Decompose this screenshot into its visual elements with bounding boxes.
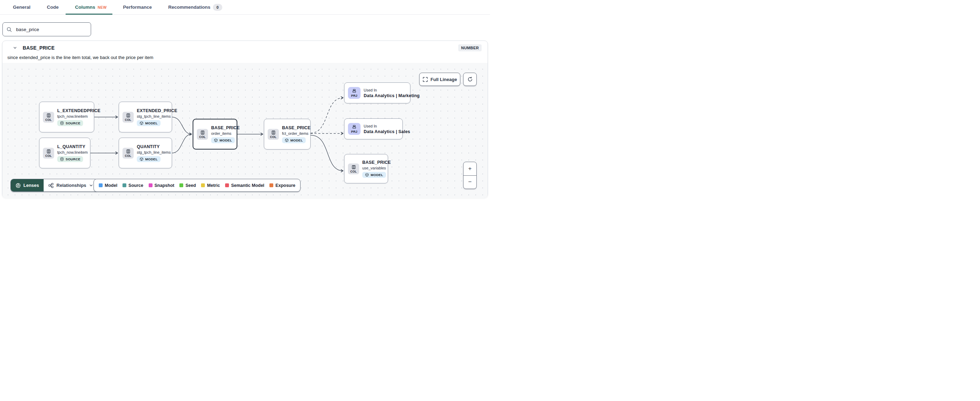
node-title: BASE_PRICE (211, 125, 240, 130)
node-subtitle: order_items (211, 131, 231, 136)
node-subtitle: fct_order_items (282, 131, 309, 136)
node-title: Data Analytics | Sales (364, 129, 410, 134)
lenses-label: Lenses (23, 183, 39, 188)
zoom-controls: + − (463, 162, 477, 189)
full-lineage-button[interactable]: Full Lineage (419, 73, 460, 86)
column-name: BASE_PRICE (23, 45, 54, 51)
search-icon (6, 27, 12, 32)
lineage-node-base-price-use-variables[interactable]: COL BASE_PRICE use_variables MODEL (344, 154, 388, 184)
lineage-node-l-quantity[interactable]: COL L_QUANTITY tpch_now.lineitem SOURCE (39, 137, 91, 168)
legend-item-semantic-model: Semantic Model (225, 183, 264, 188)
tab-columns[interactable]: Columns NEW (75, 5, 107, 10)
lens-toolbar: Lenses Relationships (11, 179, 98, 192)
lineage-node-base-price-fct-order-items[interactable]: COL BASE_PRICE fct_order_items MODEL (264, 119, 310, 150)
lineage-node-base-price-order-items[interactable]: COL BASE_PRICE order_items MODEL (192, 119, 237, 150)
node-title: BASE_PRICE (362, 160, 391, 165)
legend-swatch (225, 184, 229, 187)
lineage-node-used-in-marketing[interactable]: PRJ Used In Data Analytics | Marketing (344, 82, 410, 104)
column-chip: COL (348, 163, 359, 174)
relationships-label: Relationships (57, 183, 86, 188)
tab-performance-label: Performance (123, 5, 152, 10)
model-badge: MODEL (282, 137, 306, 143)
tab-general[interactable]: General (13, 5, 30, 10)
columns-icon (200, 130, 205, 135)
tab-performance[interactable]: Performance (123, 5, 152, 10)
column-description: since extended_price is the line item to… (7, 55, 153, 60)
node-type-legend: Model Source Snapshot Seed Metric Semant… (94, 179, 301, 192)
legend-item-seed: Seed (180, 183, 196, 188)
chip-label: COL (125, 118, 132, 121)
legend-swatch (99, 184, 103, 187)
chip-label: COL (350, 170, 357, 173)
cube-icon (365, 173, 369, 177)
model-badge: MODEL (362, 172, 386, 178)
column-chip: COL (268, 129, 279, 140)
tab-columns-label: Columns (75, 5, 95, 10)
column-search (2, 22, 91, 36)
refresh-icon (467, 77, 473, 82)
node-title: Data Analytics | Marketing (364, 93, 420, 98)
search-input[interactable] (15, 27, 87, 32)
full-lineage-label: Full Lineage (431, 77, 457, 82)
lenses-button[interactable]: Lenses (11, 179, 44, 192)
badge-label: MODEL (290, 138, 303, 142)
cube-icon (285, 138, 289, 142)
lineage-node-used-in-sales[interactable]: PRJ Used In Data Analytics | Sales (344, 118, 403, 139)
chip-label: COL (199, 135, 206, 139)
database-icon (60, 121, 64, 125)
relationships-dropdown[interactable]: Relationships (44, 179, 98, 192)
model-badge: MODEL (137, 156, 161, 162)
project-chip: PRJ (348, 123, 361, 135)
zoom-in-button[interactable]: + (463, 162, 476, 176)
column-chip: COL (43, 112, 54, 123)
used-in-label: Used In (364, 88, 377, 92)
project-chip: PRJ (348, 87, 361, 99)
project-icon (352, 89, 357, 94)
column-panel-header: BASE_PRICE NUMBER since extended_price i… (2, 41, 488, 63)
chevron-down-icon (89, 184, 93, 188)
legend-item-model: Model (99, 183, 117, 188)
active-tab-underline (65, 14, 112, 15)
expand-icon (423, 77, 428, 82)
lineage-node-extended-price[interactable]: COL EXTENDED_PRICE stg_tpch_line_items M… (119, 102, 172, 133)
legend-item-exposure: Exposure (269, 183, 295, 188)
legend-swatch (149, 184, 153, 187)
cube-icon (214, 138, 218, 142)
tab-code[interactable]: Code (47, 5, 59, 10)
chip-label: COL (270, 135, 277, 139)
refresh-button[interactable] (463, 73, 477, 86)
columns-icon (126, 149, 130, 154)
badge-label: MODEL (220, 138, 232, 142)
collapse-chevron-icon[interactable] (13, 45, 18, 50)
tab-code-label: Code (47, 5, 59, 10)
node-subtitle: tpch_now.lineitem (57, 150, 88, 154)
chip-label: PRJ (351, 94, 357, 97)
node-title: L_QUANTITY (57, 144, 85, 149)
new-badge: NEW (98, 5, 107, 10)
legend-item-snapshot: Snapshot (149, 183, 175, 188)
tab-bar: General Code Columns NEW Performance Rec… (0, 0, 490, 15)
legend-item-metric: Metric (201, 183, 220, 188)
cube-icon (140, 157, 143, 161)
lineage-node-l-extendedprice[interactable]: COL L_EXTENDEDPRICE tpch_now.lineitem SO… (39, 102, 94, 133)
lineage-node-quantity[interactable]: COL QUANTITY stg_tpch_line_items MODEL (119, 137, 172, 168)
tab-recommendations-label: Recommendations (168, 5, 210, 10)
lineage-canvas[interactable]: Full Lineage COL L_EXTENDEDPRICE tpc (2, 63, 488, 198)
model-badge: MODEL (211, 137, 235, 143)
used-in-label: Used In (364, 124, 377, 128)
legend-swatch (180, 184, 183, 187)
legend-swatch (269, 184, 273, 187)
column-chip: COL (123, 148, 134, 158)
cube-icon (140, 121, 143, 125)
legend-swatch (201, 184, 205, 187)
tab-recommendations[interactable]: Recommendations 0 (168, 4, 222, 11)
project-icon (352, 125, 357, 129)
columns-icon (126, 113, 130, 118)
badge-label: SOURCE (65, 121, 80, 125)
node-subtitle: use_variables (362, 166, 386, 170)
zoom-out-button[interactable]: − (463, 176, 476, 189)
node-title: QUANTITY (137, 144, 160, 149)
chip-label: COL (45, 154, 52, 158)
columns-icon (352, 165, 356, 169)
relationships-icon (48, 183, 54, 188)
